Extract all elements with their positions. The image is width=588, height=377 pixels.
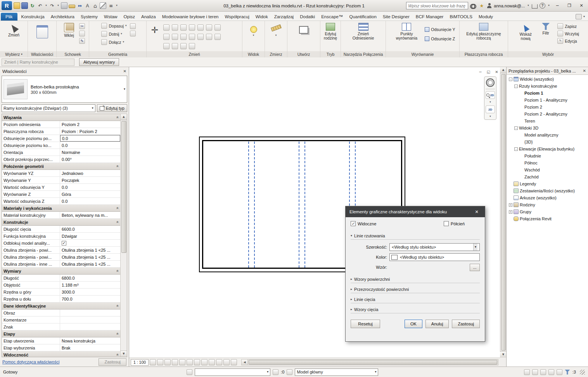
scroll-up-icon[interactable]: ▲ xyxy=(500,67,506,73)
undo-icon[interactable]: ↶ xyxy=(37,2,43,9)
select-links-icon[interactable] xyxy=(524,369,530,375)
thin-lines-icon[interactable]: ≡ xyxy=(107,2,114,9)
detail-level-icon[interactable] xyxy=(150,359,156,365)
section-wzory-cięcia[interactable]: ▸Wzory cięcia xyxy=(351,306,480,313)
favorites-icon[interactable]: ★ xyxy=(478,2,485,9)
scrollbar-thumb[interactable] xyxy=(249,360,497,365)
delete-icon[interactable] xyxy=(206,34,212,40)
apply-button[interactable]: Zastosuj xyxy=(99,358,126,366)
demolish-icon[interactable] xyxy=(130,31,136,36)
tab-współpracuj[interactable]: Współpracuj xyxy=(221,13,252,21)
split-element-icon[interactable] xyxy=(197,24,204,31)
property-value[interactable]: Poziom : Poziom 2 xyxy=(60,128,120,135)
property-group-wiązania[interactable]: Wiązania» xyxy=(2,114,120,121)
design-option-select[interactable]: Model główny▾ xyxy=(295,368,378,376)
scrollbar-thumb[interactable] xyxy=(121,121,126,253)
join-geometry-icon[interactable] xyxy=(189,43,195,49)
panel-label-geometry[interactable]: Geometria xyxy=(89,51,146,57)
paste-button[interactable]: Wklej xyxy=(61,22,78,38)
section-wzory-powierzchni[interactable]: ▸Wzory powierzchni xyxy=(351,275,480,283)
collapse-group-icon[interactable]: » xyxy=(116,354,120,356)
analytical-model-icon[interactable] xyxy=(209,359,215,365)
shadows-icon[interactable] xyxy=(172,359,178,365)
halftone-checkbox[interactable]: Półcień xyxy=(444,221,465,226)
displacement-sets-icon[interactable] xyxy=(231,359,237,365)
property-value[interactable]: Normalne xyxy=(60,149,120,156)
property-value[interactable]: 0.0 xyxy=(60,198,120,204)
scroll-left-icon[interactable]: ◀ xyxy=(242,360,248,365)
collapse-group-icon[interactable]: » xyxy=(116,333,120,335)
property-value[interactable]: Nowa konstrukcja xyxy=(60,337,120,344)
type-selector-dropdown-icon[interactable]: ▾ xyxy=(124,88,125,91)
property-value[interactable]: Dźwigar xyxy=(60,233,120,239)
view-poziom1[interactable]: − ◱ ✕ 2D ▾ 2D ▾ xyxy=(129,67,500,358)
edit-selection-button[interactable]: ✎Edycja xyxy=(556,37,581,45)
pick-new-button[interactable]: Wskaż nową xyxy=(515,22,536,41)
hidden-model-dashed-line[interactable] xyxy=(248,142,249,268)
match-type-icon[interactable] xyxy=(214,34,221,40)
tab-widok[interactable]: Widok xyxy=(252,13,271,21)
panel-label-properties[interactable]: Właściwości xyxy=(28,51,56,57)
rotate-icon[interactable] xyxy=(214,24,221,31)
scale-icon[interactable] xyxy=(180,34,187,40)
search-icon[interactable] xyxy=(470,3,476,8)
tab-opisz[interactable]: Opisz xyxy=(121,13,138,21)
apply-dialog-button[interactable]: Zastosuj xyxy=(452,320,480,328)
property-value[interactable]: Otulina zbrojenia 1 <25 ... xyxy=(60,247,120,253)
section-icon[interactable] xyxy=(100,2,106,9)
cut-geometry-icon[interactable] xyxy=(163,43,169,49)
hide-in-view-button[interactable]: ▾ xyxy=(242,22,265,37)
property-group-położenie-geometrii[interactable]: Położenie geometrii» xyxy=(2,163,120,170)
tab-quantification[interactable]: Quantification xyxy=(346,13,379,21)
property-group-wymiary[interactable]: Wymiary» xyxy=(2,268,120,275)
horizontal-scrollbar[interactable]: ◀ xyxy=(241,359,498,365)
tab-zarządzaj[interactable]: Zarządzaj xyxy=(271,13,297,21)
sun-path-icon[interactable] xyxy=(164,359,171,365)
collapse-group-icon[interactable]: » xyxy=(116,207,120,209)
property-value[interactable] xyxy=(60,323,120,330)
view-close-icon[interactable]: ✕ xyxy=(494,69,500,75)
browser-item-rzuty-konstrukcyjne[interactable]: -Rzuty konstrukcyjne xyxy=(507,83,588,90)
browser-item-{3d}[interactable]: {3D} xyxy=(507,138,588,145)
scrollbar-thumb[interactable] xyxy=(501,74,506,351)
browser-item-arkusze-wszystko[interactable]: Arkusze (wszystko) xyxy=(507,194,588,201)
scale-control[interactable]: 1 : 100 xyxy=(131,359,149,366)
tab-moduły[interactable]: Moduły xyxy=(476,13,496,21)
section-linie-cięcia[interactable]: ▸Linie cięcia xyxy=(351,296,480,303)
cut-icon[interactable]: ✂ xyxy=(79,23,85,29)
browser-item-legendy[interactable]: Legendy xyxy=(507,180,588,187)
minimize-icon[interactable]: − xyxy=(552,2,562,10)
visual-style-icon[interactable] xyxy=(157,359,163,365)
save-icon[interactable] xyxy=(21,2,28,9)
offset-icon[interactable] xyxy=(172,24,178,31)
navbar-dropdown-icon[interactable]: ▾ xyxy=(489,115,491,118)
revit-app-button[interactable]: R xyxy=(2,1,12,10)
paint-icon[interactable] xyxy=(130,23,136,29)
property-group-widoczność[interactable]: Widoczność» xyxy=(2,351,120,357)
resize-grip[interactable] xyxy=(580,370,585,375)
panel-label-clipboard[interactable]: Schowek xyxy=(57,51,89,57)
property-value[interactable]: Góra xyxy=(60,191,120,197)
edit-family-button[interactable]: Edytuj rodzinę xyxy=(320,22,341,40)
panel-label-select[interactable]: Wybierz▾ xyxy=(0,51,28,57)
panel-label-workplane[interactable]: Płaszczyzna robocza xyxy=(460,51,508,57)
panel-label-view[interactable]: Widok xyxy=(242,51,265,57)
property-value[interactable]: 0.0 xyxy=(60,184,120,190)
line-color-control[interactable]: <Według stylu obiektu> xyxy=(389,253,480,261)
line-weight-select[interactable]: <Według stylu obiektu>▾ xyxy=(389,243,480,251)
tab-modelowanie-bryłowe-i-teren[interactable]: Modelowanie bryłowe i teren xyxy=(159,13,222,21)
browser-item-połączenia-revit[interactable]: Połączenia Revit xyxy=(507,215,588,222)
property-value[interactable]: Brak xyxy=(60,344,120,351)
property-value[interactable]: 700.0 xyxy=(60,296,120,302)
qat-customize-icon[interactable]: ▾ xyxy=(115,4,118,7)
property-value[interactable]: Otulina zbrojenia 1 <25 ... xyxy=(60,254,120,260)
property-value[interactable]: ✓ xyxy=(60,240,120,246)
collapse-group-icon[interactable]: » xyxy=(116,221,120,223)
trim-extend-icon[interactable] xyxy=(206,24,212,31)
properties-scrollbar[interactable]: ▲ ▼ xyxy=(120,114,127,357)
scroll-down-icon[interactable]: ▼ xyxy=(121,351,127,357)
paint-icon[interactable] xyxy=(172,43,178,49)
zoom-icon[interactable]: 2D xyxy=(486,91,495,99)
browser-item-rodziny[interactable]: +Rodziny xyxy=(507,201,588,208)
visible-checkbox[interactable]: ✓Widoczne xyxy=(351,221,376,226)
